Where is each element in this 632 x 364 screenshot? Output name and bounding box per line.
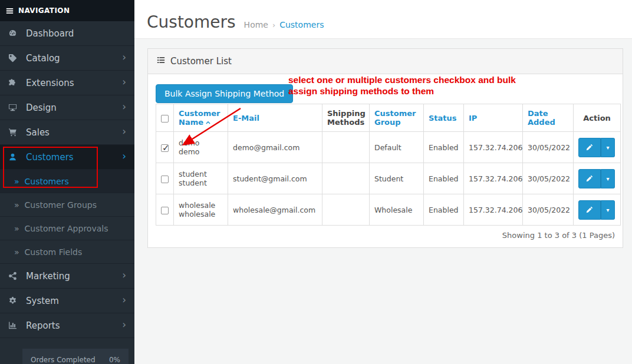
user-icon bbox=[8, 153, 20, 161]
sidebar-subitem-custom-fields[interactable]: » Custom Fields bbox=[0, 240, 134, 264]
customer-group-cell: Wholesale bbox=[370, 194, 424, 226]
sidebar-item-label: Sales bbox=[26, 127, 122, 138]
sidebar-item-label: Reports bbox=[26, 320, 122, 331]
edit-button[interactable] bbox=[578, 138, 601, 157]
select-all-checkbox[interactable] bbox=[161, 115, 169, 123]
sidebar-item-label: Marketing bbox=[26, 271, 122, 282]
sidebar-subitem-customer-approvals[interactable]: » Customer Approvals bbox=[0, 217, 134, 240]
sidebar-subitem-customer-groups[interactable]: » Customer Groups bbox=[0, 193, 134, 217]
sort-customer-name-link[interactable]: Customer Name bbox=[179, 109, 220, 127]
status-cell: Enabled bbox=[424, 194, 464, 226]
page-title: Customers bbox=[147, 14, 236, 31]
sidebar-item-sales[interactable]: Sales › bbox=[0, 120, 134, 145]
action-button-group: ▾ bbox=[578, 138, 615, 157]
sidebar: NAVIGATION Dashboard Catalog › Ex bbox=[0, 0, 134, 364]
sidebar-item-customers[interactable]: Customers › bbox=[0, 145, 134, 170]
monitor-icon bbox=[8, 103, 20, 112]
date-added-cell: 30/05/2022 bbox=[523, 132, 574, 163]
sort-customer-group-link[interactable]: Customer Group bbox=[374, 109, 416, 127]
sidebar-item-dashboard[interactable]: Dashboard bbox=[0, 21, 134, 46]
chevron-right-icon: › bbox=[122, 127, 126, 138]
ip-cell: 157.32.74.206 bbox=[464, 132, 523, 163]
sort-date-added-link[interactable]: Date Added bbox=[528, 118, 555, 127]
hamburger-icon bbox=[6, 7, 14, 15]
chevron-right-icon: › bbox=[122, 151, 126, 163]
date-added-cell: 30/05/2022 bbox=[523, 194, 574, 226]
email-cell: student@gmail.com bbox=[228, 163, 322, 194]
admin-app: NAVIGATION Dashboard Catalog › Ex bbox=[0, 0, 632, 364]
sidebar-item-design[interactable]: Design › bbox=[0, 95, 134, 120]
sidebar-item-reports[interactable]: Reports › bbox=[0, 313, 134, 338]
list-icon bbox=[157, 56, 165, 67]
sidebar-item-label: Dashboard bbox=[26, 28, 126, 39]
cart-icon bbox=[8, 128, 20, 137]
customer-name-cell: student student bbox=[174, 163, 228, 194]
table-row: student student student@gmail.com Studen… bbox=[156, 163, 621, 194]
annotation-line: assign shipping methods to them bbox=[288, 85, 516, 97]
stat-value: 0% bbox=[109, 356, 120, 364]
sort-ip-link[interactable]: IP bbox=[469, 114, 477, 123]
sort-email-link[interactable]: E-Mail bbox=[233, 114, 259, 123]
sidebar-subitem-label: Customer Groups bbox=[25, 200, 97, 210]
row-checkbox[interactable] bbox=[161, 144, 169, 152]
sidebar-subitem-label: Customer Approvals bbox=[25, 224, 108, 233]
double-angle-icon: » bbox=[14, 247, 19, 257]
sidebar-item-label: System bbox=[26, 296, 122, 306]
pagination-status: Showing 1 to 3 of 3 (1 Pages) bbox=[156, 231, 615, 240]
sidebar-item-extensions[interactable]: Extensions › bbox=[0, 71, 134, 95]
sidebar-subitem-label: Customers bbox=[25, 177, 69, 186]
ip-cell: 157.32.74.206 bbox=[464, 194, 523, 226]
sidebar-item-catalog[interactable]: Catalog › bbox=[0, 46, 134, 71]
chevron-right-icon: › bbox=[122, 77, 126, 88]
gear-icon bbox=[8, 296, 20, 305]
stat-label: Orders Completed bbox=[31, 356, 96, 364]
table-header-row: Customer Name E-Mail Shipping Methods Cu… bbox=[156, 104, 621, 132]
chevron-right-icon: › bbox=[122, 52, 126, 64]
customer-table: Customer Name E-Mail Shipping Methods Cu… bbox=[156, 104, 621, 226]
bulk-assign-shipping-button[interactable]: Bulk Assign Shipping Method bbox=[156, 84, 293, 103]
sidebar-subitem-customers[interactable]: » Customers bbox=[0, 170, 134, 193]
sidebar-subitem-label: Custom Fields bbox=[25, 247, 83, 257]
ip-cell: 157.32.74.206 bbox=[464, 163, 523, 194]
chevron-right-icon: › bbox=[122, 270, 126, 282]
customer-name-cell: demo demo bbox=[174, 132, 228, 163]
navigation-label: NAVIGATION bbox=[18, 6, 70, 15]
shipping-methods-cell bbox=[322, 194, 370, 226]
edit-dropdown-button[interactable]: ▾ bbox=[601, 200, 615, 220]
edit-dropdown-button[interactable]: ▾ bbox=[601, 138, 615, 157]
shipping-methods-cell bbox=[322, 132, 370, 163]
orders-completed-stat: Orders Completed 0% bbox=[22, 349, 129, 364]
breadcrumb-home-link[interactable]: Home bbox=[244, 20, 268, 29]
row-checkbox[interactable] bbox=[161, 176, 169, 183]
dashboard-icon bbox=[8, 29, 20, 38]
breadcrumb: Home › Customers bbox=[244, 20, 324, 29]
panel-title: Customer List bbox=[170, 56, 232, 67]
table-row: demo demo demo@gmail.com Default Enabled… bbox=[156, 132, 621, 163]
row-checkbox[interactable] bbox=[161, 207, 169, 214]
sidebar-item-system[interactable]: System › bbox=[0, 289, 134, 313]
sidebar-item-label: Extensions bbox=[26, 78, 122, 88]
customer-group-cell: Student bbox=[370, 163, 424, 194]
caret-down-icon: ▾ bbox=[606, 176, 609, 182]
edit-button[interactable] bbox=[578, 169, 601, 188]
status-cell: Enabled bbox=[424, 132, 464, 163]
sidebar-item-marketing[interactable]: Marketing › bbox=[0, 264, 134, 289]
edit-button[interactable] bbox=[578, 200, 601, 220]
double-angle-icon: » bbox=[14, 224, 19, 233]
annotation-text: select one or multiple customers checkbo… bbox=[288, 74, 516, 97]
chevron-right-icon: › bbox=[122, 320, 126, 331]
annotation-line: select one or multiple customers checkbo… bbox=[288, 74, 516, 85]
breadcrumb-separator-icon: › bbox=[272, 21, 275, 29]
breadcrumb-current-link[interactable]: Customers bbox=[279, 20, 324, 29]
sidebar-navigation-header[interactable]: NAVIGATION bbox=[0, 0, 134, 21]
double-angle-icon: » bbox=[14, 177, 19, 186]
edit-dropdown-button[interactable]: ▾ bbox=[601, 169, 615, 188]
bar-chart-icon bbox=[8, 321, 20, 330]
page-header: Customers Home › Customers bbox=[134, 0, 632, 39]
sort-status-link[interactable]: Status bbox=[429, 114, 457, 123]
sort-asc-icon bbox=[205, 118, 211, 127]
content-area: Customer List Bulk Assign Shipping Metho… bbox=[134, 39, 632, 248]
customer-list-panel: Customer List Bulk Assign Shipping Metho… bbox=[147, 48, 623, 248]
share-icon bbox=[8, 272, 20, 280]
action-cell: ▾ bbox=[574, 132, 621, 163]
